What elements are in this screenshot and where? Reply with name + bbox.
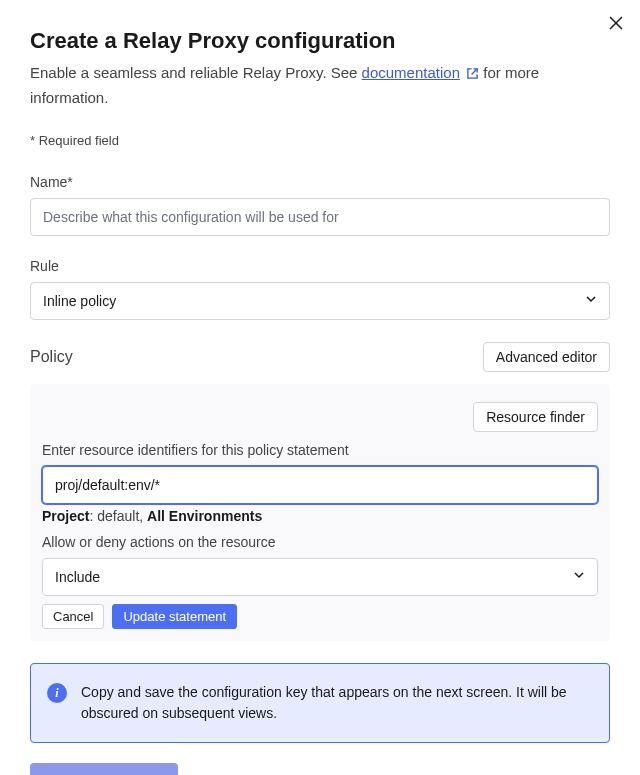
rule-label: Rule — [30, 258, 610, 274]
policy-section-title: Policy — [30, 348, 73, 366]
close-icon — [608, 15, 624, 31]
close-button[interactable] — [604, 10, 628, 38]
external-link-icon — [466, 64, 479, 87]
name-label: Name* — [30, 174, 610, 190]
allow-deny-select[interactable]: Include — [42, 558, 598, 596]
page-title: Create a Relay Proxy configuration — [30, 28, 610, 54]
info-alert: i Copy and save the configuration key th… — [30, 663, 610, 743]
rule-select[interactable]: Inline policy — [30, 282, 610, 320]
update-statement-button[interactable]: Update statement — [112, 604, 237, 629]
resource-description: Project: default, All Environments — [42, 508, 598, 524]
resource-identifiers-label: Enter resource identifiers for this poli… — [42, 442, 598, 458]
policy-panel: Resource finder Enter resource identifie… — [30, 384, 610, 641]
resource-identifiers-input[interactable] — [42, 466, 598, 504]
documentation-link[interactable]: documentation — [362, 64, 460, 81]
advanced-editor-button[interactable]: Advanced editor — [483, 342, 610, 372]
page-subtitle: Enable a seamless and reliable Relay Pro… — [30, 62, 610, 109]
info-icon: i — [47, 683, 67, 703]
name-input[interactable] — [30, 198, 610, 236]
cancel-button[interactable]: Cancel — [42, 604, 104, 629]
allow-deny-label: Allow or deny actions on the resource — [42, 534, 598, 550]
required-field-note: * Required field — [30, 133, 610, 148]
info-alert-text: Copy and save the configuration key that… — [81, 682, 593, 724]
resource-finder-button[interactable]: Resource finder — [473, 402, 598, 432]
save-configuration-button[interactable]: Save configuration — [30, 763, 178, 775]
